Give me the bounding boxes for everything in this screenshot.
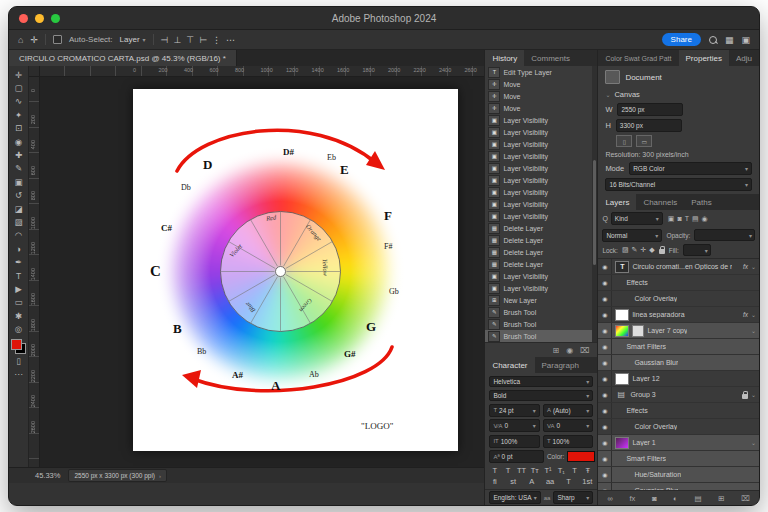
canvas-height-field[interactable]: 3300 px [616,119,682,132]
scrollbar[interactable] [592,66,597,342]
opentype-feature-button[interactable]: st [509,477,518,486]
history-entry[interactable]: ▣Layer Visibility [485,174,597,186]
history-entry[interactable]: TEdit Type Layer [485,66,597,78]
history-entry[interactable]: ✛Move [485,78,597,90]
zoom-tool-icon[interactable]: ◎ [11,322,27,335]
opentype-feature-button[interactable]: T [564,477,573,486]
layer-visibility-icon[interactable]: ◉ [598,435,612,450]
layer-row[interactable]: ◉Smart Filters [598,339,759,355]
opentype-feature-button[interactable]: aa [546,477,555,486]
doc-info-field[interactable]: 2550 px x 3300 px (300 ppi)› [68,469,167,482]
history-entry[interactable]: ▦Delete Layer [485,234,597,246]
history-entry[interactable]: ▣Layer Visibility [485,186,597,198]
layer-visibility-icon[interactable]: ◉ [598,259,612,274]
zoom-level[interactable]: 45.33% [35,471,60,480]
align-icon[interactable]: ⊣ [161,35,169,45]
align-icon[interactable]: ⋮ [212,35,221,45]
type-style-button[interactable]: Ŧ [583,466,592,475]
brush-tool-icon[interactable]: ✎ [11,162,27,175]
minimize-button[interactable] [35,14,44,23]
gradient-tool-icon[interactable]: ▨ [11,215,27,228]
home-icon[interactable]: ⌂ [18,35,23,45]
history-entry[interactable]: ▣Layer Visibility [485,114,597,126]
crop-tool-icon[interactable]: ⊡ [11,122,27,135]
quick-select-tool-icon[interactable]: ✦ [11,108,27,121]
share-button[interactable]: Share [662,33,701,46]
lasso-tool-icon[interactable]: ∿ [11,95,27,108]
history-entry[interactable]: ✎Brush Tool [485,306,597,318]
kerning-field[interactable]: V∕A 0▾ [489,419,540,432]
layer-visibility-icon[interactable]: ◉ [598,307,612,322]
font-family-select[interactable]: Helvetica▾ [489,376,593,387]
opentype-feature-button[interactable]: A [527,477,536,486]
layer-row[interactable]: ◉Gaussian Blur [598,355,759,371]
layer-visibility-icon[interactable]: ◉ [598,355,612,370]
chevron-down-icon[interactable]: ⌄ [751,263,756,270]
history-entry[interactable]: ▣Layer Visibility [485,282,597,294]
link-layers-icon[interactable]: ∞ [607,494,612,503]
align-icon[interactable]: ⋯ [226,35,235,45]
new-snapshot-icon[interactable]: ◉ [566,346,573,355]
toolbar-extra-icon[interactable]: ▯ [11,354,27,367]
tab-properties[interactable]: Properties [679,50,729,66]
zoom-button[interactable] [51,14,60,23]
lock-option-icon[interactable]: ✎ [632,246,638,254]
history-entry[interactable]: ▣Layer Visibility [485,150,597,162]
layer-row[interactable]: ◉Gaussian Blur [598,483,759,490]
path-select-tool-icon[interactable]: ▶ [11,282,27,295]
opentype-feature-button[interactable]: 1st [582,477,592,486]
canvas-section-header[interactable]: ⌄ Canvas [598,88,759,101]
history-entry[interactable]: ▦Delete Layer [485,222,597,234]
history-entry[interactable]: ▣Layer Visibility [485,198,597,210]
tabs-color-swatches-gradients-patterns[interactable]: Color Swat Grad Patt [598,50,678,66]
layer-row[interactable]: ◉linea separadorafx⌄ [598,307,759,323]
chevron-down-icon[interactable]: ⌄ [751,311,756,318]
layer-row[interactable]: ◉Smart Filters [598,451,759,467]
canvas-width-field[interactable]: 2550 px [617,103,683,116]
type-style-button[interactable]: T [490,466,499,475]
layer-row[interactable]: ◉Effects [598,403,759,419]
layer-row[interactable]: ◉Layer 1⌄ [598,435,759,451]
font-style-select[interactable]: Bold▾ [489,390,593,401]
tab-adjustments[interactable]: Adju [729,50,759,66]
auto-select-checkbox[interactable] [53,35,62,44]
type-style-button[interactable]: TT [517,466,526,475]
layer-row[interactable]: ◉Layer 12 [598,371,759,387]
layer-visibility-icon[interactable]: ◉ [598,339,612,354]
new-group-icon[interactable]: ▤ [695,494,702,503]
tab-history[interactable]: History [485,50,524,66]
type-style-button[interactable]: Tᴛ [530,466,539,475]
tab-layers[interactable]: Layers [598,194,636,210]
align-icon[interactable]: ⊤ [186,35,194,45]
tab-character[interactable]: Character [485,357,534,373]
layer-row[interactable]: ◉Effects [598,275,759,291]
lock-option-icon[interactable]: ✛ [640,246,646,254]
baseline-field[interactable]: Aª 0 pt [489,450,544,463]
history-entry[interactable]: ▦Delete Layer [485,258,597,270]
filter-type-icon[interactable]: ▤ [692,215,699,223]
history-entry[interactable]: ▣Layer Visibility [485,270,597,282]
color-swatches[interactable] [11,339,26,354]
layer-visibility-icon[interactable]: ◉ [598,291,612,306]
auto-select-dropdown[interactable]: Layer▾ [120,35,146,44]
layer-row[interactable]: ◉TCirculo cromati...en Opticos de rfx⌄ [598,259,759,275]
document-canvas[interactable]: RedOrangeYellowGreenBlueViolet DD#EbEDbF… [133,89,458,451]
pen-tool-icon[interactable]: ✒ [11,255,27,268]
language-select[interactable]: English: USA▾ [489,491,540,504]
type-style-button[interactable]: T¹ [544,466,553,475]
type-style-button[interactable]: T₁ [557,466,566,475]
layer-visibility-icon[interactable]: ◉ [598,467,612,482]
layer-effects-icon[interactable]: fx [629,494,635,503]
layer-row[interactable]: ◉Hue/Saturation [598,467,759,483]
type-style-button[interactable]: T [570,466,579,475]
antialias-select[interactable]: Sharp▾ [553,491,593,504]
move-tool-icon[interactable]: ✛ [11,68,27,81]
align-icon[interactable]: ⊥ [173,35,181,45]
orientation-icon[interactable]: ▭ [636,135,652,147]
delete-layer-icon[interactable]: ⌧ [741,494,750,503]
opacity-field[interactable]: ▾ [694,229,755,241]
align-icon[interactable]: ⊢ [199,35,207,45]
fill-field[interactable]: ▾ [683,244,711,256]
type-tool-icon[interactable]: T [11,269,27,282]
layer-row[interactable]: ◉▤Group 3⌄ [598,387,759,403]
